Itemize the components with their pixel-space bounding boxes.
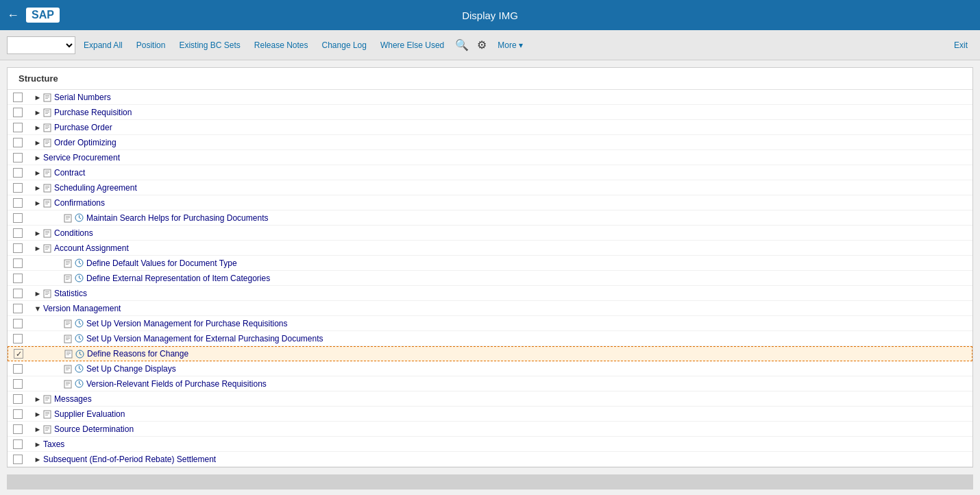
svg-rect-58 bbox=[45, 291, 49, 292]
release-notes-button[interactable]: Release Notes bbox=[249, 36, 314, 54]
collapse-icon[interactable]: ▼ bbox=[32, 303, 43, 314]
row-checkbox[interactable] bbox=[13, 183, 23, 193]
expand-icon[interactable]: ► bbox=[32, 288, 43, 299]
row-checkbox[interactable] bbox=[13, 439, 23, 449]
node-label[interactable]: Serial Numbers bbox=[54, 93, 111, 102]
svg-rect-104 bbox=[44, 426, 51, 433]
expand-icon[interactable]: ► bbox=[32, 454, 43, 465]
row-checkbox[interactable] bbox=[13, 258, 23, 268]
svg-rect-61 bbox=[64, 320, 71, 328]
tree-row: ▼Version Management bbox=[8, 301, 972, 316]
expand-icon[interactable]: ► bbox=[32, 197, 43, 208]
row-checkbox[interactable] bbox=[14, 349, 23, 359]
more-button[interactable]: More ▾ bbox=[492, 36, 528, 54]
row-checkbox[interactable] bbox=[13, 228, 23, 238]
change-log-button[interactable]: Change Log bbox=[317, 36, 372, 54]
svg-line-81 bbox=[80, 354, 82, 355]
row-checkbox[interactable] bbox=[13, 138, 23, 147]
row-checkbox[interactable] bbox=[13, 379, 23, 389]
node-label[interactable]: Messages bbox=[54, 394, 92, 404]
row-checkbox[interactable] bbox=[13, 364, 23, 374]
expand-icon[interactable]: ► bbox=[32, 182, 43, 193]
svg-rect-39 bbox=[44, 245, 51, 252]
node-label[interactable]: Maintain Search Helps for Purchasing Doc… bbox=[86, 213, 268, 223]
svg-rect-29 bbox=[66, 216, 70, 217]
expand-icon[interactable]: ► bbox=[32, 167, 43, 178]
node-label[interactable]: Order Optimizing bbox=[54, 138, 117, 147]
row-checkbox[interactable] bbox=[13, 334, 23, 343]
svg-rect-10 bbox=[45, 127, 49, 128]
node-label[interactable]: Define Reasons for Change bbox=[87, 349, 188, 359]
svg-rect-89 bbox=[64, 381, 71, 388]
node-label[interactable]: Statistics bbox=[54, 289, 87, 298]
toolbar-select[interactable] bbox=[7, 36, 75, 54]
svg-rect-12 bbox=[44, 139, 51, 147]
row-checkbox[interactable] bbox=[13, 394, 23, 404]
node-label[interactable]: Set Up Version Management for External P… bbox=[86, 334, 323, 343]
node-label[interactable]: Set Up Version Management for Purchase R… bbox=[86, 319, 288, 328]
row-checkbox[interactable] bbox=[13, 198, 23, 208]
node-label[interactable]: Purchase Order bbox=[54, 123, 112, 132]
expand-icon[interactable]: ► bbox=[32, 228, 43, 239]
node-label[interactable]: Purchase Requisition bbox=[54, 108, 132, 117]
node-label[interactable]: Set Up Change Displays bbox=[86, 364, 176, 374]
svg-rect-23 bbox=[45, 189, 48, 189]
row-checkbox[interactable] bbox=[13, 93, 23, 102]
tree-row: Version-Relevant Fields of Purchase Requ… bbox=[8, 376, 972, 391]
folder-icon bbox=[43, 168, 53, 178]
row-checkbox[interactable] bbox=[13, 153, 23, 162]
row-checkbox[interactable] bbox=[13, 108, 23, 117]
row-checkbox[interactable] bbox=[13, 319, 23, 328]
expand-icon[interactable]: ► bbox=[32, 424, 43, 435]
node-label[interactable]: Contract bbox=[54, 168, 85, 178]
folder-icon bbox=[64, 258, 73, 268]
expand-icon[interactable]: ► bbox=[32, 439, 43, 450]
row-checkbox[interactable] bbox=[13, 304, 23, 313]
node-label[interactable]: Taxes bbox=[43, 439, 64, 449]
existing-bc-sets-button[interactable]: Existing BC Sets bbox=[173, 36, 245, 54]
expand-icon[interactable]: ► bbox=[32, 137, 43, 148]
expand-icon[interactable]: ► bbox=[32, 152, 43, 163]
row-checkbox[interactable] bbox=[13, 243, 23, 253]
node-label[interactable]: Scheduling Agreement bbox=[54, 183, 137, 193]
node-label[interactable]: Version-Relevant Fields of Purchase Requ… bbox=[86, 379, 267, 389]
folder-icon bbox=[64, 379, 73, 389]
row-checkbox[interactable] bbox=[13, 123, 23, 132]
header: ← SAP Display IMG bbox=[0, 0, 980, 30]
expand-icon[interactable]: ► bbox=[32, 243, 43, 254]
settings-icon[interactable]: ⚙ bbox=[474, 38, 489, 51]
svg-line-49 bbox=[79, 263, 82, 265]
row-checkbox[interactable] bbox=[13, 409, 23, 419]
node-label[interactable]: Supplier Evaluation bbox=[54, 409, 125, 419]
row-checkbox[interactable] bbox=[13, 213, 23, 223]
tree-row: ► Confirmations bbox=[8, 195, 972, 210]
node-label[interactable]: Conditions bbox=[54, 228, 93, 238]
node-label[interactable]: Define Default Values for Document Type bbox=[86, 258, 237, 268]
position-button[interactable]: Position bbox=[131, 36, 171, 54]
where-else-used-button[interactable]: Where Else Used bbox=[375, 36, 450, 54]
row-checkbox[interactable] bbox=[13, 274, 23, 283]
node-label[interactable]: Define External Representation of Item C… bbox=[86, 274, 270, 283]
row-checkbox[interactable] bbox=[13, 424, 23, 434]
svg-rect-107 bbox=[45, 430, 48, 431]
exit-button[interactable]: Exit bbox=[948, 36, 973, 54]
expand-icon[interactable]: ► bbox=[32, 409, 43, 420]
node-label[interactable]: Source Determination bbox=[54, 424, 134, 434]
node-label[interactable]: Account Assignment bbox=[54, 243, 129, 253]
expand-icon[interactable]: ► bbox=[32, 394, 43, 405]
expand-all-button[interactable]: Expand All bbox=[78, 36, 128, 54]
svg-rect-84 bbox=[66, 368, 70, 369]
row-checkbox[interactable] bbox=[13, 168, 23, 178]
expand-icon[interactable]: ► bbox=[32, 122, 43, 133]
svg-rect-69 bbox=[66, 337, 70, 337]
node-label[interactable]: Service Procurement bbox=[43, 153, 120, 162]
expand-icon[interactable]: ► bbox=[32, 92, 43, 103]
back-button[interactable]: ← bbox=[7, 8, 19, 23]
search-icon[interactable]: 🔍 bbox=[452, 38, 471, 51]
row-checkbox[interactable] bbox=[13, 455, 23, 464]
node-label[interactable]: Subsequent (End-of-Period Rebate) Settle… bbox=[43, 455, 216, 464]
row-checkbox[interactable] bbox=[13, 289, 23, 298]
expand-icon[interactable]: ► bbox=[32, 107, 43, 118]
node-label[interactable]: Version Management bbox=[43, 304, 121, 313]
node-label[interactable]: Confirmations bbox=[54, 198, 105, 208]
